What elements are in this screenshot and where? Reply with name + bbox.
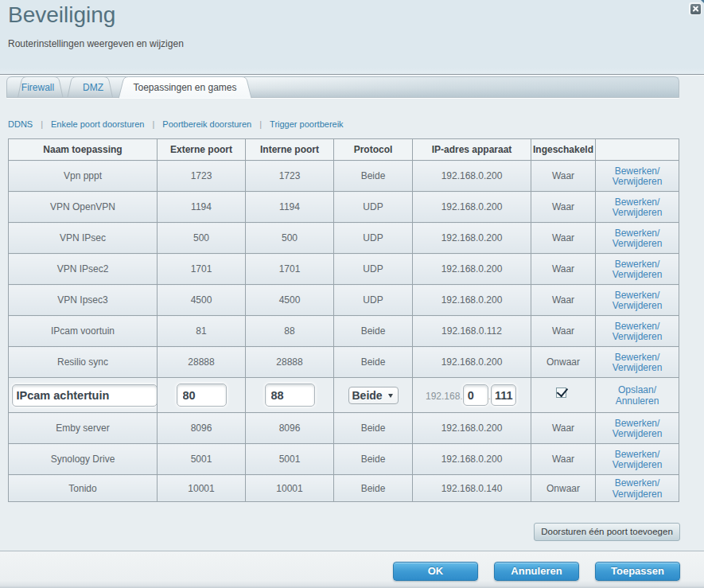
svg-text:DMZ: DMZ: [83, 82, 103, 93]
svg-text:Firewall: Firewall: [21, 82, 54, 93]
svg-text:Toepassingen en games: Toepassingen en games: [133, 82, 236, 93]
